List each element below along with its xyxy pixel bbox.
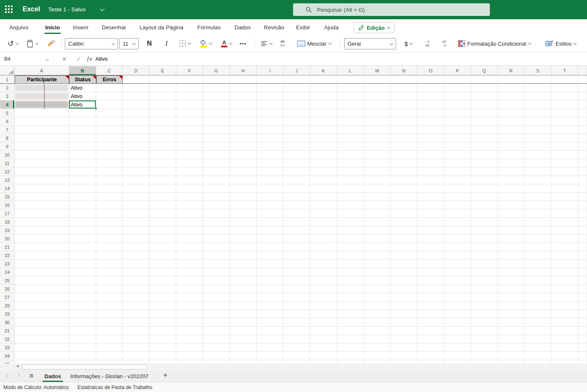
row-header-25[interactable]: 25 — [0, 276, 15, 285]
cell-D23[interactable] — [123, 260, 149, 268]
cell-A24[interactable] — [15, 268, 69, 276]
cell-E34[interactable] — [149, 352, 176, 360]
cell-N14[interactable] — [391, 184, 417, 193]
row-header-11[interactable]: 11 — [0, 159, 15, 168]
row-header-19[interactable]: 19 — [0, 226, 15, 235]
cell-P2[interactable] — [444, 84, 471, 92]
cell-G17[interactable] — [203, 209, 230, 218]
cell-J9[interactable] — [283, 142, 310, 151]
cell-K16[interactable] — [310, 201, 337, 209]
cell-I19[interactable] — [257, 226, 283, 235]
cell-S32[interactable] — [525, 335, 551, 343]
cell-J3[interactable] — [283, 92, 310, 101]
cell-F14[interactable] — [176, 184, 203, 193]
cell-G11[interactable] — [203, 159, 230, 168]
cell-Q3[interactable] — [471, 92, 498, 101]
cell-G6[interactable] — [203, 117, 230, 126]
cell-N28[interactable] — [391, 302, 417, 310]
cell-D3[interactable] — [123, 92, 149, 101]
cell-P29[interactable] — [444, 310, 471, 318]
cell-O24[interactable] — [417, 268, 444, 276]
cell-I10[interactable] — [257, 151, 283, 159]
cell-partial22[interactable] — [578, 251, 587, 260]
cell-F15[interactable] — [176, 193, 203, 201]
cell-L12[interactable] — [337, 168, 364, 176]
cell-S10[interactable] — [525, 151, 551, 159]
more-font-options-button[interactable]: ••• — [239, 35, 247, 52]
cell-P9[interactable] — [444, 142, 471, 151]
cell-O35[interactable] — [417, 360, 444, 364]
row-header-30[interactable]: 30 — [0, 318, 15, 327]
cell-partial19[interactable] — [578, 226, 587, 235]
cell-S18[interactable] — [525, 218, 551, 226]
cell-T30[interactable] — [551, 318, 578, 327]
cell-M4[interactable] — [364, 101, 391, 109]
cell-T12[interactable] — [551, 168, 578, 176]
cell-I23[interactable] — [257, 260, 283, 268]
cell-B23[interactable] — [69, 260, 96, 268]
number-format-select[interactable]: Geral — [344, 38, 396, 49]
cell-I15[interactable] — [257, 193, 283, 201]
column-header-partial[interactable] — [578, 66, 587, 75]
cell-L17[interactable] — [337, 209, 364, 218]
cell-P35[interactable] — [444, 360, 471, 364]
cell-R23[interactable] — [498, 260, 525, 268]
cell-N35[interactable] — [391, 360, 417, 364]
cell-T35[interactable] — [551, 360, 578, 364]
cell-K2[interactable] — [310, 84, 337, 92]
cell-L16[interactable] — [337, 201, 364, 209]
cell-A23[interactable] — [15, 260, 69, 268]
cell-I7[interactable] — [257, 126, 283, 134]
cell-H24[interactable] — [230, 268, 257, 276]
cell-S11[interactable] — [525, 159, 551, 168]
cell-F26[interactable] — [176, 285, 203, 293]
cell-S26[interactable] — [525, 285, 551, 293]
cell-N10[interactable] — [391, 151, 417, 159]
cell-P3[interactable] — [444, 92, 471, 101]
cell-L19[interactable] — [337, 226, 364, 235]
cell-M15[interactable] — [364, 193, 391, 201]
cell-K35[interactable] — [310, 360, 337, 364]
cell-I24[interactable] — [257, 268, 283, 276]
cell-Q10[interactable] — [471, 151, 498, 159]
cell-P33[interactable] — [444, 343, 471, 352]
cell-S15[interactable] — [525, 193, 551, 201]
cell-A9[interactable] — [15, 142, 69, 151]
cell-J31[interactable] — [283, 327, 310, 335]
cell-E20[interactable] — [149, 235, 176, 243]
cell-A20[interactable] — [15, 235, 69, 243]
row-header-13[interactable]: 13 — [0, 176, 15, 184]
column-header-G[interactable]: G — [203, 66, 230, 75]
horizontal-scrollbar[interactable]: ◄ — [0, 364, 587, 370]
cell-O4[interactable] — [417, 101, 444, 109]
cell-N23[interactable] — [391, 260, 417, 268]
cell-L4[interactable] — [337, 101, 364, 109]
cell-A15[interactable] — [15, 193, 69, 201]
cell-F33[interactable] — [176, 343, 203, 352]
cell-G12[interactable] — [203, 168, 230, 176]
cell-O11[interactable] — [417, 159, 444, 168]
cell-K5[interactable] — [310, 109, 337, 117]
row-header-3[interactable]: 3 — [0, 92, 15, 101]
cell-L23[interactable] — [337, 260, 364, 268]
cell-H13[interactable] — [230, 176, 257, 184]
cell-L15[interactable] — [337, 193, 364, 201]
cell-P15[interactable] — [444, 193, 471, 201]
cell-R27[interactable] — [498, 293, 525, 302]
cell-F20[interactable] — [176, 235, 203, 243]
cell-T16[interactable] — [551, 201, 578, 209]
cell-K9[interactable] — [310, 142, 337, 151]
cell-F11[interactable] — [176, 159, 203, 168]
cell-K25[interactable] — [310, 276, 337, 285]
cell-H27[interactable] — [230, 293, 257, 302]
cell-T8[interactable] — [551, 134, 578, 142]
cell-F2[interactable] — [176, 84, 203, 92]
row-header-18[interactable]: 18 — [0, 218, 15, 226]
cell-M5[interactable] — [364, 109, 391, 117]
cell-S12[interactable] — [525, 168, 551, 176]
row-header-32[interactable]: 32 — [0, 335, 15, 343]
cell-I18[interactable] — [257, 218, 283, 226]
cell-S34[interactable] — [525, 352, 551, 360]
row-header-20[interactable]: 20 — [0, 235, 15, 243]
cell-R32[interactable] — [498, 335, 525, 343]
